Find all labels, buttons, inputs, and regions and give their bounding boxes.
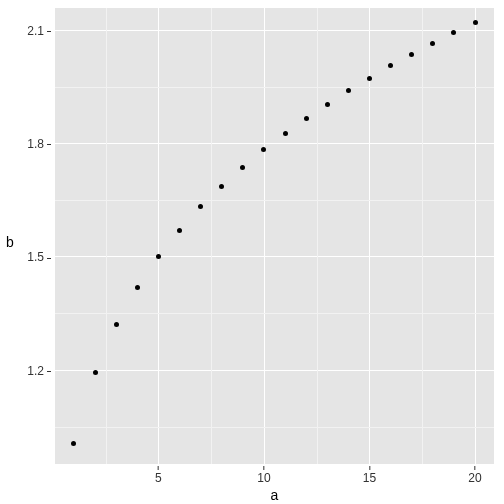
grid-v-major — [264, 8, 265, 464]
grid-v-major — [158, 8, 159, 464]
grid-v-minor — [422, 8, 423, 464]
grid-h-major — [55, 30, 494, 31]
x-tick: 10 — [257, 466, 270, 485]
x-tick: 20 — [468, 466, 481, 485]
x-axis-label: a — [55, 486, 494, 504]
data-point — [451, 30, 456, 35]
y-axis-ticks: 1.21.51.82.1 — [18, 8, 53, 464]
grid-v-major — [475, 8, 476, 464]
grid-h-minor — [55, 200, 494, 201]
x-tick: 5 — [155, 466, 162, 485]
data-point — [325, 102, 330, 107]
data-point — [177, 228, 182, 233]
grid-v-minor — [211, 8, 212, 464]
grid-h-minor — [55, 87, 494, 88]
plot-panel — [55, 8, 494, 464]
data-point — [156, 254, 161, 259]
y-tick: 1.2 — [27, 364, 51, 378]
data-point — [71, 441, 76, 446]
grid-h-major — [55, 370, 494, 371]
data-point — [388, 63, 393, 68]
x-tick: 15 — [363, 466, 376, 485]
y-tick: 1.5 — [27, 250, 51, 264]
data-point — [283, 131, 288, 136]
data-point — [346, 88, 351, 93]
y-axis-label: b — [2, 0, 18, 484]
data-point — [409, 52, 414, 57]
data-point — [93, 370, 98, 375]
y-tick: 1.8 — [27, 137, 51, 151]
data-point — [367, 76, 372, 81]
grid-v-minor — [106, 8, 107, 464]
grid-h-minor — [55, 427, 494, 428]
data-point — [304, 116, 309, 121]
data-point — [240, 165, 245, 170]
y-tick: 2.1 — [27, 24, 51, 38]
scatter-chart: b 1.21.51.82.1 5101520 a — [0, 0, 504, 504]
grid-h-minor — [55, 313, 494, 314]
data-point — [219, 184, 224, 189]
x-axis-ticks: 5101520 — [55, 466, 494, 484]
grid-h-major — [55, 143, 494, 144]
data-point — [114, 322, 119, 327]
data-point — [430, 41, 435, 46]
data-point — [473, 20, 478, 25]
data-point — [198, 204, 203, 209]
grid-h-major — [55, 256, 494, 257]
data-point — [261, 147, 266, 152]
grid-v-minor — [317, 8, 318, 464]
data-point — [135, 285, 140, 290]
